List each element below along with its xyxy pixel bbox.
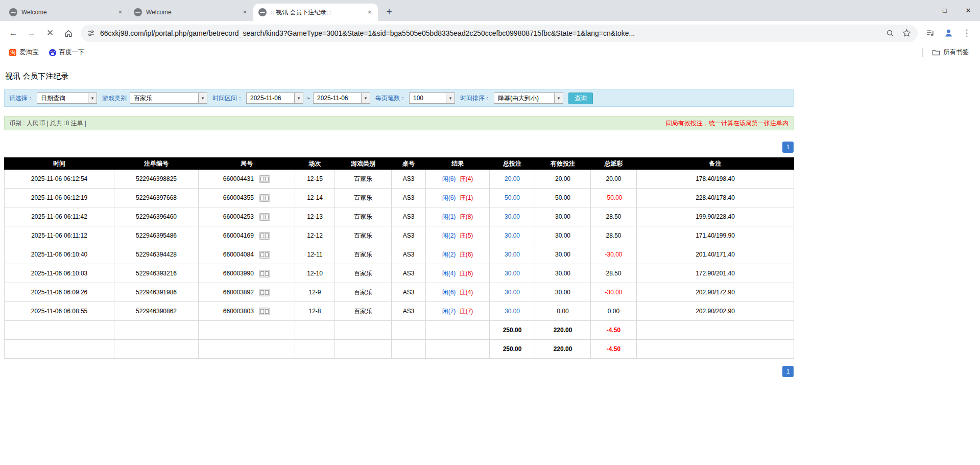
date-from-select[interactable]: 2025-11-06 ▾: [246, 92, 303, 104]
tab-close-icon[interactable]: ×: [365, 8, 374, 17]
total-bet-link[interactable]: 50.00: [505, 194, 520, 201]
round-result-icon[interactable]: [259, 270, 270, 277]
player-result: 闲(6): [442, 175, 456, 182]
round-result-icon[interactable]: [259, 175, 270, 183]
currency-total-text: 币别 : 人民币 | 总共 :8 注单 |: [9, 119, 86, 128]
zoom-icon[interactable]: [883, 26, 897, 40]
new-tab-button[interactable]: +: [382, 5, 396, 19]
round-cell: 660004084: [199, 245, 295, 264]
profile-avatar[interactable]: [940, 25, 957, 42]
pagination-top: 1: [4, 142, 794, 153]
bet-id-cell: 522946391986: [114, 283, 199, 302]
site-settings-icon[interactable]: [87, 29, 95, 37]
page-size-select[interactable]: 100 ▾: [409, 92, 455, 104]
tab-title: Welcome: [146, 9, 238, 16]
round-cell: 660003803: [199, 302, 295, 321]
browser-menu-button[interactable]: ⋮: [958, 25, 975, 42]
total-bet-link[interactable]: 30.00: [505, 251, 520, 258]
home-button[interactable]: [60, 25, 77, 42]
round-result-icon[interactable]: [259, 213, 270, 221]
remark-cell: 199.90/228.40: [637, 207, 794, 226]
valid-bet-notice: 同局有效投注，统一计算在该局第一张注单内: [666, 119, 788, 128]
col-round: 局号: [199, 158, 295, 170]
bookmark-star-icon[interactable]: [899, 26, 914, 40]
page-size-label: 每页笔数：: [375, 94, 406, 103]
stop-loading-button[interactable]: ✕: [41, 25, 59, 42]
table-header: 时间 注单编号 局号 场次 游戏类别 桌号 结果 总投注 有效投注 总派彩 备注: [5, 158, 794, 170]
table-body: 2025-11-06 06:12:54 522946398825 6600044…: [5, 170, 794, 321]
round-result-icon[interactable]: [259, 289, 270, 296]
maximize-button[interactable]: □: [933, 0, 957, 21]
banker-result: 庄(8): [460, 213, 473, 220]
total-total-bet: 250.00: [490, 340, 535, 359]
bookmark-baidu[interactable]: 百度一下: [45, 46, 89, 59]
session-cell: 12-10: [295, 264, 335, 283]
banker-result: 庄(5): [460, 232, 473, 239]
game-type-select[interactable]: 百家乐 ▾: [130, 92, 207, 104]
date-separator: ~: [306, 95, 310, 102]
date-to-select[interactable]: 2025-11-06 ▾: [313, 92, 370, 104]
minimize-button[interactable]: –: [910, 0, 933, 21]
all-bookmarks-button[interactable]: 所有书签: [928, 46, 973, 59]
payout-cell: -30.00: [591, 245, 637, 264]
tab-welcome-2[interactable]: Welcome ×: [129, 4, 253, 21]
bet-id-cell: 522946396460: [114, 207, 199, 226]
table-no-cell: AS3: [392, 283, 426, 302]
tab-welcome-1[interactable]: Welcome ×: [4, 4, 129, 21]
round-result-icon[interactable]: [259, 194, 270, 202]
table-row: 2025-11-06 06:12:19 522946397668 6600043…: [5, 189, 794, 207]
tab-close-icon[interactable]: ×: [116, 8, 125, 17]
total-count: 8: [114, 340, 199, 359]
tab-title: Welcome: [21, 9, 114, 16]
player-result: 闲(6): [442, 289, 456, 296]
round-result-icon[interactable]: [259, 251, 270, 259]
query-type-select[interactable]: 日期查询 ▾: [37, 92, 97, 104]
round-number: 660004169: [223, 232, 254, 239]
page-content: 视讯 会员下注纪录 请选择： 日期查询 ▾ 游戏类别 百家乐 ▾ 时间区间： 2…: [0, 72, 980, 377]
total-bet-cell: 50.00: [490, 189, 535, 207]
media-controls-icon[interactable]: [921, 25, 939, 42]
total-bet-link[interactable]: 30.00: [505, 232, 520, 239]
round-result-icon[interactable]: [259, 232, 270, 240]
round-result-icon[interactable]: [259, 308, 270, 315]
summary-info-bar: 币别 : 人民币 | 总共 :8 注单 | 同局有效投注，统一计算在该局第一张注…: [4, 116, 794, 130]
chevron-down-icon: ▾: [198, 93, 207, 103]
window-close-button[interactable]: ✕: [957, 0, 980, 21]
page-1-button[interactable]: 1: [782, 142, 794, 153]
payout-cell: 20.00: [591, 170, 637, 189]
game-type-cell: 百家乐: [335, 170, 392, 189]
sort-order-select[interactable]: 降幂(由大到小) ▾: [494, 92, 563, 104]
player-result: 闲(1): [442, 213, 456, 220]
bookmark-taobao[interactable]: 淘 爱淘宝: [5, 46, 43, 59]
table-no-cell: AS3: [392, 245, 426, 264]
time-cell: 2025-11-06 06:12:54: [5, 170, 114, 189]
page-1-button[interactable]: 1: [782, 366, 794, 377]
back-button[interactable]: ←: [5, 25, 22, 42]
forward-button[interactable]: →: [23, 25, 40, 42]
bet-id-cell: 522946393216: [114, 264, 199, 283]
search-button[interactable]: 查询: [568, 92, 593, 104]
table-row: 2025-11-06 06:10:40 522946394428 6600040…: [5, 245, 794, 264]
total-bet-cell: 20.00: [490, 170, 535, 189]
session-cell: 12-9: [295, 283, 335, 302]
banker-result: 庄(1): [460, 194, 473, 201]
time-cell: 2025-11-06 06:10:40: [5, 245, 114, 264]
total-bet-link[interactable]: 30.00: [505, 308, 520, 315]
player-result: 闲(6): [442, 194, 456, 201]
player-result: 闲(4): [442, 270, 456, 277]
valid-bet-cell: 0.00: [535, 302, 591, 321]
pagination-bottom: 1: [4, 366, 794, 377]
tab-bet-records[interactable]: :::视讯 会员下注纪录::: ×: [253, 4, 378, 21]
round-number: 660003803: [223, 308, 254, 315]
table-footer: 小计 8 250.00 220.00 -4.50 总计 8 250.00 220…: [5, 321, 794, 359]
tab-close-icon[interactable]: ×: [241, 8, 249, 17]
total-bet-link[interactable]: 30.00: [505, 289, 520, 296]
time-cell: 2025-11-06 06:11:42: [5, 207, 114, 226]
total-bet-link[interactable]: 30.00: [505, 213, 520, 220]
bet-id-cell: 522946395486: [114, 226, 199, 245]
round-number: 660004084: [223, 251, 254, 258]
total-bet-link[interactable]: 30.00: [505, 270, 520, 277]
address-bar[interactable]: 66cxkj98.com/ipl/portal.php/game/betreco…: [81, 25, 918, 42]
total-bet-link[interactable]: 20.00: [505, 175, 520, 182]
round-cell: 660004169: [199, 226, 295, 245]
